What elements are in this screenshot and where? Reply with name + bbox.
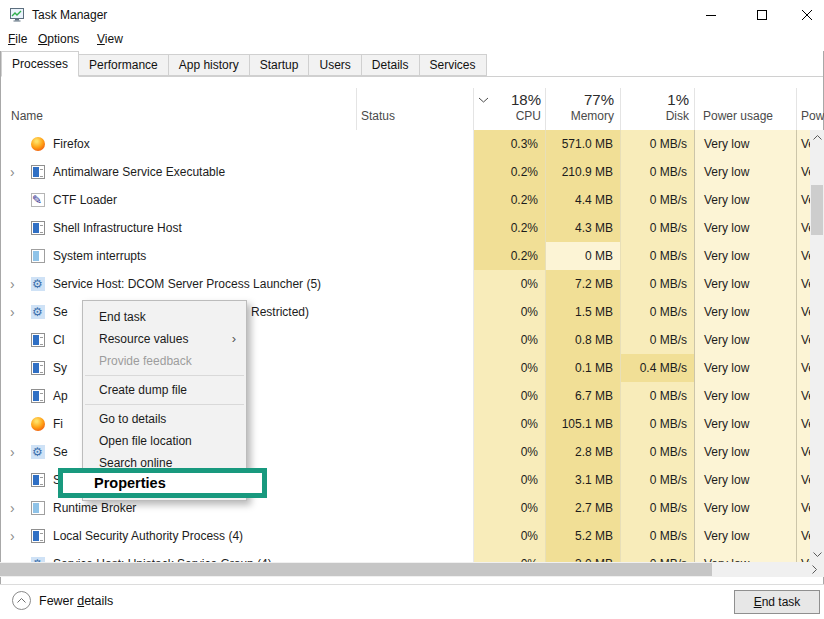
expand-chevron-icon[interactable]: › <box>10 550 15 562</box>
tab-users[interactable]: Users <box>309 54 361 76</box>
menu-options[interactable]: Options <box>38 32 79 46</box>
menu-item-resource-values[interactable]: Resource values <box>83 328 246 350</box>
expand-chevron-icon[interactable]: › <box>10 298 15 326</box>
app-window-icon <box>31 221 45 235</box>
horizontal-scrollbar-thumb[interactable] <box>0 563 712 576</box>
app-window-icon <box>31 473 45 487</box>
cpu-cell: 0% <box>473 438 545 466</box>
cpu-cell: 0% <box>473 466 545 494</box>
close-button[interactable] <box>790 0 824 30</box>
power-usage-cell: Very low <box>694 522 796 550</box>
horizontal-scrollbar[interactable] <box>0 562 824 577</box>
menu-file[interactable]: File <box>8 32 27 46</box>
memory-cell: 3.1 MB <box>545 466 620 494</box>
power-trend-cell: Ve <box>796 186 811 214</box>
cpu-cell: 0.2% <box>473 242 545 270</box>
end-task-button[interactable]: End task <box>734 590 820 614</box>
power-usage-cell: Very low <box>694 130 796 158</box>
column-header-power-usage-trend[interactable]: Pow <box>801 109 824 123</box>
menu-item-end-task[interactable]: End task <box>83 306 246 328</box>
memory-cell: 210.9 MB <box>545 158 620 186</box>
process-name: Se <box>53 438 68 466</box>
app-window-icon <box>31 389 45 403</box>
disk-cell: 0 MB/s <box>620 270 694 298</box>
fewer-details-label: Fewer details <box>39 594 113 608</box>
tab-strip: Processes Performance App history Startu… <box>1 51 823 77</box>
maximize-icon <box>757 10 767 20</box>
fewer-details-toggle[interactable]: Fewer details <box>12 591 113 610</box>
submenu-arrow-icon <box>232 328 236 350</box>
cpu-total-usage: 18% <box>471 91 541 108</box>
memory-cell: 571.0 MB <box>545 130 620 158</box>
vertical-scrollbar[interactable] <box>810 130 824 562</box>
cpu-cell: 0.2% <box>473 214 545 242</box>
process-name: Sy <box>53 354 67 382</box>
minimize-button[interactable] <box>694 0 728 30</box>
column-header-power-usage[interactable]: Power usage <box>703 109 773 123</box>
menu-item-provide-feedback: Provide feedback <box>83 350 246 372</box>
column-header-status[interactable]: Status <box>361 109 395 123</box>
disk-cell: 0 MB/s <box>620 522 694 550</box>
tab-details[interactable]: Details <box>362 54 420 76</box>
power-trend-cell: Ve <box>796 130 811 158</box>
vertical-scrollbar-thumb[interactable] <box>811 185 823 235</box>
expand-chevron-icon[interactable]: › <box>10 270 15 298</box>
menu-item-create-dump-file[interactable]: Create dump file <box>83 379 246 401</box>
table-row[interactable]: › Service Host: Unistack Service Group (… <box>1 550 823 562</box>
menu-item-open-file-location[interactable]: Open file location <box>83 430 246 452</box>
tab-services[interactable]: Services <box>420 54 487 76</box>
cpu-cell: 0% <box>473 382 545 410</box>
process-name: Service Host: DCOM Server Process Launch… <box>53 270 321 298</box>
menu-item-go-to-details[interactable]: Go to details <box>83 408 246 430</box>
column-header-memory[interactable]: Memory <box>544 109 614 123</box>
table-row[interactable]: › Local Security Authority Process (4) 0… <box>1 522 823 550</box>
scroll-down-icon[interactable] <box>810 547 824 562</box>
maximize-button[interactable] <box>745 0 779 30</box>
pen-icon <box>31 193 45 207</box>
process-name: Ap <box>53 382 68 410</box>
cpu-cell: 0% <box>473 522 545 550</box>
disk-cell: 0.4 MB/s <box>620 354 694 382</box>
table-row[interactable]: › Antimalware Service Executable 0.2% 21… <box>1 158 823 186</box>
power-usage-cell: Very low <box>694 298 796 326</box>
table-row[interactable]: › Service Host: DCOM Server Process Laun… <box>1 270 823 298</box>
disk-cell: 0 MB/s <box>620 242 694 270</box>
disk-cell: 0 MB/s <box>620 550 694 562</box>
column-header-disk[interactable]: Disk <box>619 109 689 123</box>
properties-highlight-annotation[interactable]: Properties <box>58 468 267 498</box>
title-bar: Task Manager <box>0 0 824 30</box>
disk-cell: 0 MB/s <box>620 410 694 438</box>
table-row[interactable]: Shell Infrastructure Host 0.2% 4.3 MB 0 … <box>1 214 823 242</box>
power-usage-cell: Very low <box>694 186 796 214</box>
process-name: CTF Loader <box>53 186 117 214</box>
expand-chevron-icon[interactable]: › <box>10 438 15 466</box>
column-header-cpu[interactable]: CPU <box>471 109 541 123</box>
expand-chevron-icon[interactable]: › <box>10 158 15 186</box>
firefox-icon <box>31 417 45 431</box>
process-name: Local Security Authority Process (4) <box>53 522 243 550</box>
expand-chevron-icon[interactable]: › <box>10 494 15 522</box>
table-row[interactable]: Firefox 0.3% 571.0 MB 0 MB/s Very low Ve <box>1 130 823 158</box>
tab-performance[interactable]: Performance <box>79 54 169 76</box>
memory-cell: 105.1 MB <box>545 410 620 438</box>
expand-chevron-icon[interactable]: › <box>10 522 15 550</box>
tab-processes[interactable]: Processes <box>1 51 79 77</box>
task-manager-window: Task Manager File Options View Processes… <box>0 0 824 619</box>
memory-cell: 2.8 MB <box>545 438 620 466</box>
menu-separator <box>85 375 244 376</box>
table-row[interactable]: System interrupts 0.2% 0 MB 0 MB/s Very … <box>1 242 823 270</box>
power-trend-cell: Ve <box>796 382 811 410</box>
process-name: Service Host: Unistack Service Group (4) <box>53 550 272 562</box>
table-row[interactable]: CTF Loader 0.2% 4.4 MB 0 MB/s Very low V… <box>1 186 823 214</box>
scroll-up-icon[interactable] <box>810 130 824 145</box>
table-header: Name Status 18% CPU 77% Memory 1% Disk P… <box>1 88 823 131</box>
column-header-name[interactable]: Name <box>11 109 43 123</box>
tab-startup[interactable]: Startup <box>250 54 310 76</box>
scroll-right-icon[interactable] <box>806 562 822 577</box>
tab-app-history[interactable]: App history <box>169 54 250 76</box>
menu-view[interactable]: View <box>97 32 123 46</box>
chevron-up-circle-icon <box>12 591 31 610</box>
power-trend-cell: Ve <box>796 438 811 466</box>
power-usage-cell: Very low <box>694 466 796 494</box>
disk-cell: 0 MB/s <box>620 438 694 466</box>
